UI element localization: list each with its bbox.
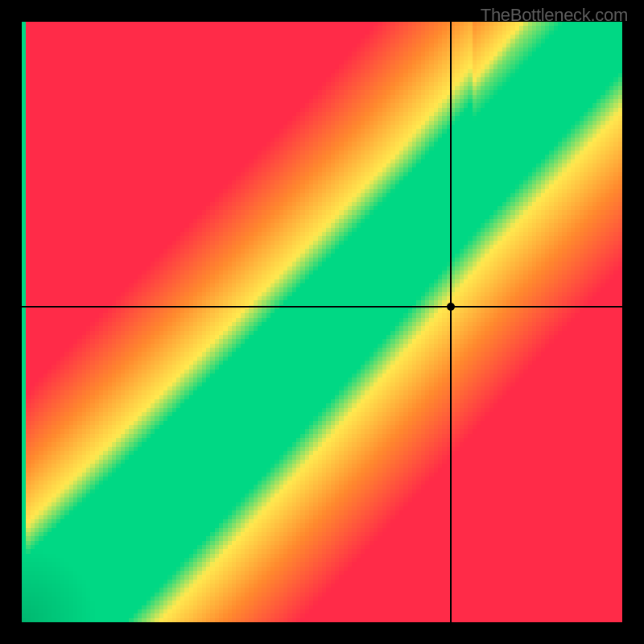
crosshair-vertical [450, 22, 452, 622]
heatmap-canvas [22, 22, 622, 622]
crosshair-horizontal [22, 306, 622, 308]
watermark-text: TheBottleneck.com [481, 5, 628, 26]
selected-point-marker [447, 303, 455, 311]
heatmap-plot [22, 22, 622, 622]
